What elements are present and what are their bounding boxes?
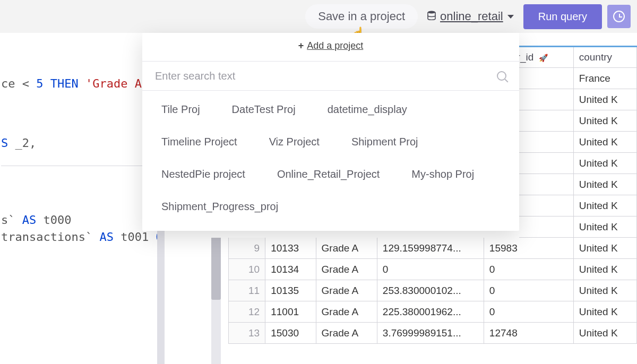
toolbar: Save in a project ☝ online_retail Run qu…	[0, 0, 637, 33]
project-item[interactable]: Tile Proj	[161, 103, 200, 116]
run-query-button[interactable]: Run query	[523, 4, 602, 29]
table-cell[interactable]: 10	[229, 259, 265, 280]
table-cell[interactable]: United K	[573, 323, 636, 344]
project-item[interactable]: Online_Retail_Project	[277, 168, 380, 180]
project-item[interactable]: datetime_display	[328, 103, 407, 116]
divider	[1, 166, 157, 166]
table-cell[interactable]: United K	[573, 132, 636, 153]
table-cell[interactable]: 225.380001962...	[377, 301, 484, 323]
project-item[interactable]: Timeline Project	[161, 136, 237, 148]
table-cell[interactable]: 10135	[265, 280, 316, 301]
table-row[interactable]: 910133Grade A129.159998774...15983United…	[229, 238, 637, 259]
plus-icon: +	[298, 40, 304, 51]
project-item[interactable]: NestedPie project	[161, 168, 245, 180]
search-icon	[497, 71, 506, 81]
database-icon	[427, 11, 436, 23]
scrollbar-thumb[interactable]	[211, 236, 221, 300]
table-cell[interactable]: 0	[484, 301, 573, 323]
table-cell[interactable]: Grade A	[316, 323, 377, 344]
table-cell[interactable]: 12748	[484, 323, 573, 344]
table-cell[interactable]: United K	[573, 259, 636, 280]
table-cell[interactable]: United K	[573, 280, 636, 301]
table-cell[interactable]: 11001	[265, 301, 316, 323]
table-cell[interactable]: Grade A	[316, 259, 377, 280]
project-search-row	[142, 61, 519, 91]
project-grid: Tile ProjDateTest Projdatetime_displayTi…	[142, 91, 519, 218]
table-cell[interactable]: 129.159998774...	[377, 238, 484, 259]
table-cell[interactable]: United K	[573, 110, 636, 132]
add-project-label: Add a project	[307, 40, 363, 51]
save-label: Save in a project	[318, 10, 405, 23]
rocket-icon: 🚀	[539, 54, 548, 62]
project-item[interactable]: Viz Project	[269, 136, 320, 148]
database-selector[interactable]: online_retail	[427, 10, 514, 23]
history-icon	[613, 11, 625, 22]
table-cell[interactable]: 3.76999989151...	[377, 323, 484, 344]
history-button[interactable]	[607, 5, 631, 28]
table-cell[interactable]: Grade A	[316, 280, 377, 301]
add-project-button[interactable]: + Add a project	[142, 33, 519, 61]
table-cell[interactable]: 9	[229, 238, 265, 259]
table-cell[interactable]: 10134	[265, 259, 316, 280]
table-cell[interactable]: 0	[377, 259, 484, 280]
table-cell[interactable]: 253.830000102...	[377, 280, 484, 301]
save-in-project-button[interactable]: Save in a project ☝	[305, 4, 418, 29]
project-search-input[interactable]	[155, 70, 497, 82]
project-item[interactable]: My-shop Proj	[411, 168, 474, 180]
table-cell[interactable]: 15030	[265, 323, 316, 344]
table-cell[interactable]: 0	[484, 280, 573, 301]
project-item[interactable]: Shipment Proj	[351, 136, 418, 148]
table-row[interactable]: 1010134Grade A00United K	[229, 259, 637, 280]
table-row[interactable]: 1315030Grade A3.76999989151...12748Unite…	[229, 323, 637, 344]
project-dropdown: + Add a project Tile ProjDateTest Projda…	[142, 33, 519, 231]
table-cell[interactable]: 12	[229, 301, 265, 323]
run-group: Run query	[523, 4, 631, 29]
table-cell[interactable]: United K	[573, 174, 636, 195]
table-cell[interactable]: Grade A	[316, 301, 377, 323]
project-item[interactable]: Shipment_Progress_proj	[161, 201, 278, 213]
table-cell[interactable]: United K	[573, 216, 636, 238]
svg-point-0	[428, 11, 435, 13]
project-item[interactable]: DateTest Proj	[232, 103, 296, 116]
table-cell[interactable]: United K	[573, 153, 636, 174]
table-row[interactable]: 1211001Grade A225.380001962...0United K	[229, 301, 637, 323]
table-cell[interactable]: 15983	[484, 238, 573, 259]
table-cell[interactable]: 10133	[265, 238, 316, 259]
caret-down-icon	[507, 15, 514, 19]
table-cell[interactable]: 13	[229, 323, 265, 344]
table-cell[interactable]: United K	[573, 301, 636, 323]
table-cell[interactable]: United K	[573, 238, 636, 259]
table-cell[interactable]: 11	[229, 280, 265, 301]
col-country[interactable]: country	[573, 47, 636, 68]
table-cell[interactable]: Grade A	[316, 238, 377, 259]
database-name: online_retail	[440, 10, 503, 23]
table-cell[interactable]: France	[573, 68, 636, 89]
table-cell[interactable]: United K	[573, 89, 636, 110]
table-row[interactable]: 1110135Grade A253.830000102...0United K	[229, 280, 637, 301]
table-cell[interactable]: United K	[573, 195, 636, 216]
code-editor[interactable]: ce < 5 THEN 'Grade A' S _2, s` AS t000 t…	[0, 33, 165, 364]
table-cell[interactable]: 0	[484, 259, 573, 280]
